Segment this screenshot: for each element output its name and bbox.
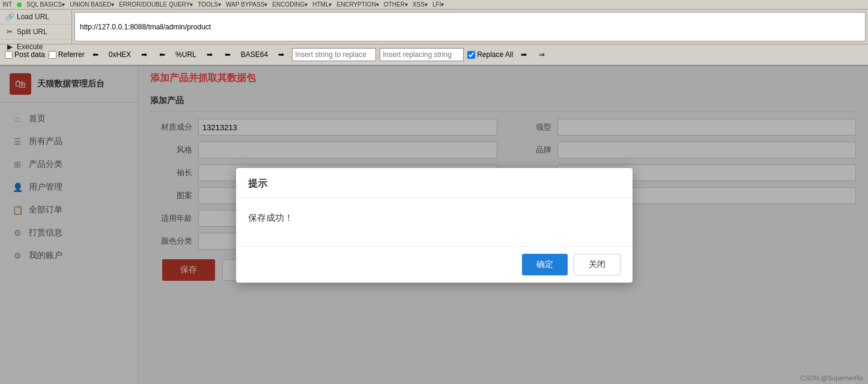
url-right-arrow[interactable]: ➡ [202, 49, 217, 60]
nav-item-other[interactable]: OTHER▾ [384, 1, 408, 8]
nav-item-sql[interactable]: SQL BASICS▾ [26, 1, 65, 8]
modal-overlay: 提示 保存成功！ 确定 关闭 [0, 66, 868, 384]
hex-left-arrow[interactable]: ⬅ [88, 49, 103, 60]
modal-close-button[interactable]: 关闭 [574, 254, 621, 275]
url-input-area [72, 10, 868, 44]
base64-label: BASE64 [238, 50, 270, 59]
replace-arrow-1[interactable]: ➡ [517, 49, 531, 60]
load-url-label: Load URL [17, 13, 49, 21]
nav-item-tools[interactable]: TOOLS▾ [198, 1, 221, 8]
modal-box: 提示 保存成功！ 确定 关闭 [236, 168, 633, 283]
modal-title: 提示 [248, 178, 267, 188]
nav-item-lfi[interactable]: LFI▾ [432, 1, 444, 8]
nav-item-encryption[interactable]: ENCRYPTION▾ [336, 1, 378, 8]
nav-item-error[interactable]: ERROR/DOUBLE QUERY▾ [119, 1, 193, 8]
execute-label: Execute [17, 43, 43, 51]
base64-left-arrow[interactable]: ⬅ [220, 49, 235, 60]
replace-all-checkbox[interactable] [467, 51, 475, 59]
replace-string-input[interactable] [292, 48, 376, 61]
modal-body: 保存成功！ [236, 198, 633, 246]
split-url-label: Split URL [17, 28, 47, 36]
options-row: Post data Referrer ⬅ 0xHEX ➡ ⬅ %URL ➡ ⬅ … [0, 44, 868, 66]
load-url-button[interactable]: 🔗 Load URL [0, 10, 71, 25]
nav-item-union[interactable]: UNION BASED▾ [70, 1, 114, 8]
referrer-checkbox[interactable] [49, 51, 56, 59]
split-url-button[interactable]: ✂ Split URL [0, 25, 71, 40]
modal-footer: 确定 关闭 [236, 246, 633, 283]
load-url-icon: 🔗 [5, 12, 14, 22]
percent-url-label: %URL [173, 50, 199, 59]
replace-all-label[interactable]: Replace All [467, 50, 513, 59]
nav-item-encoding[interactable]: ENCODING▾ [272, 1, 308, 8]
split-url-icon: ✂ [5, 27, 14, 37]
replace-arrow-2[interactable]: ⇒ [535, 49, 549, 60]
modal-message: 保存成功！ [248, 212, 293, 223]
url-input[interactable] [74, 12, 866, 41]
status-dot [17, 2, 22, 7]
hex-label: 0xHEX [106, 50, 133, 59]
nav-item-html[interactable]: HTML▾ [312, 1, 332, 8]
top-nav-bar: INT SQL BASICS▾ UNION BASED▾ ERROR/DOUBL… [0, 0, 868, 10]
post-data-label: Post data [14, 50, 45, 59]
nav-item-wap[interactable]: WAP BYPASS▾ [226, 1, 267, 8]
url-section: 🔗 Load URL ✂ Split URL ▶ Execute [0, 10, 868, 44]
referrer-checkbox-label[interactable]: Referrer [49, 50, 85, 59]
replacing-string-input[interactable] [380, 48, 464, 61]
replace-all-text: Replace All [477, 50, 513, 59]
url-left-arrow[interactable]: ⬅ [155, 49, 169, 60]
post-data-checkbox[interactable] [5, 51, 13, 59]
hex-right-arrow[interactable]: ➡ [137, 49, 151, 60]
base64-right-arrow[interactable]: ➡ [274, 49, 288, 60]
nav-item-int[interactable]: INT [2, 1, 12, 8]
referrer-label: Referrer [58, 50, 85, 59]
modal-header: 提示 [236, 168, 633, 198]
post-data-checkbox-label[interactable]: Post data [5, 50, 45, 59]
url-actions: 🔗 Load URL ✂ Split URL ▶ Execute [0, 10, 72, 44]
app-area: 🛍 天猫数据管理后台 ⌂ 首页 ☰ 所有产品 ⊞ 产品分类 👤 用户管理 📋 [0, 66, 868, 384]
modal-confirm-button[interactable]: 确定 [522, 254, 568, 275]
nav-item-xss[interactable]: XSS▾ [413, 1, 428, 8]
